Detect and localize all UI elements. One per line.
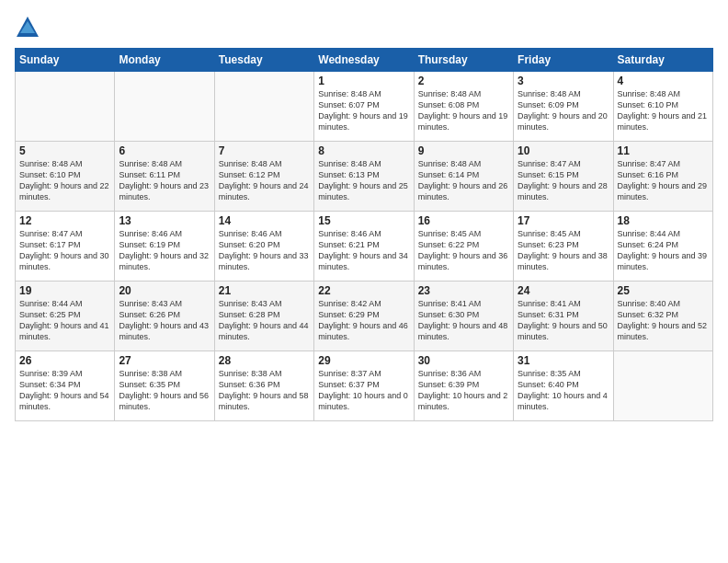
day-info: Sunrise: 8:48 AM Sunset: 6:12 PM Dayligh…: [219, 158, 310, 203]
day-info: Sunrise: 8:48 AM Sunset: 6:10 PM Dayligh…: [19, 158, 110, 203]
calendar-day-cell: 10Sunrise: 8:47 AM Sunset: 6:15 PM Dayli…: [514, 142, 613, 212]
calendar-day-cell: 11Sunrise: 8:47 AM Sunset: 6:16 PM Dayli…: [613, 142, 712, 212]
logo: [15, 15, 44, 40]
day-number: 24: [518, 284, 609, 297]
day-info: Sunrise: 8:43 AM Sunset: 6:26 PM Dayligh…: [119, 298, 210, 343]
calendar-day-cell: 27Sunrise: 8:38 AM Sunset: 6:35 PM Dayli…: [115, 351, 214, 421]
calendar-header-row: SundayMondayTuesdayWednesdayThursdayFrid…: [16, 49, 713, 72]
calendar-day-cell: 28Sunrise: 8:38 AM Sunset: 6:36 PM Dayli…: [214, 351, 313, 421]
calendar-day-cell: [16, 72, 115, 142]
calendar-week-row: 1Sunrise: 8:48 AM Sunset: 6:07 PM Daylig…: [16, 72, 713, 142]
day-info: Sunrise: 8:48 AM Sunset: 6:09 PM Dayligh…: [518, 88, 609, 133]
day-number: 15: [318, 214, 409, 227]
day-info: Sunrise: 8:44 AM Sunset: 6:25 PM Dayligh…: [19, 298, 110, 343]
calendar-week-row: 12Sunrise: 8:47 AM Sunset: 6:17 PM Dayli…: [16, 212, 713, 282]
day-info: Sunrise: 8:42 AM Sunset: 6:29 PM Dayligh…: [318, 298, 409, 343]
day-number: 12: [19, 214, 110, 227]
calendar-day-cell: 1Sunrise: 8:48 AM Sunset: 6:07 PM Daylig…: [314, 72, 414, 142]
calendar-day-cell: 20Sunrise: 8:43 AM Sunset: 6:26 PM Dayli…: [115, 282, 214, 351]
day-number: 6: [119, 144, 210, 157]
day-info: Sunrise: 8:40 AM Sunset: 6:32 PM Dayligh…: [618, 298, 709, 343]
calendar-day-cell: 23Sunrise: 8:41 AM Sunset: 6:30 PM Dayli…: [414, 282, 513, 351]
day-number: 27: [119, 354, 210, 367]
day-number: 26: [19, 354, 110, 367]
day-info: Sunrise: 8:48 AM Sunset: 6:08 PM Dayligh…: [418, 88, 509, 133]
day-info: Sunrise: 8:44 AM Sunset: 6:24 PM Dayligh…: [618, 228, 709, 273]
weekday-header: Saturday: [613, 49, 712, 72]
day-number: 23: [418, 284, 509, 297]
day-number: 25: [618, 284, 709, 297]
weekday-header: Sunday: [16, 49, 115, 72]
calendar-day-cell: 26Sunrise: 8:39 AM Sunset: 6:34 PM Dayli…: [16, 351, 115, 421]
calendar-day-cell: 9Sunrise: 8:48 AM Sunset: 6:14 PM Daylig…: [414, 142, 513, 212]
calendar-day-cell: 3Sunrise: 8:48 AM Sunset: 6:09 PM Daylig…: [514, 72, 613, 142]
weekday-header: Friday: [514, 49, 613, 72]
calendar-table: SundayMondayTuesdayWednesdayThursdayFrid…: [15, 48, 713, 421]
day-number: 5: [19, 144, 110, 157]
day-number: 20: [119, 284, 210, 297]
day-number: 14: [219, 214, 310, 227]
calendar-day-cell: 24Sunrise: 8:41 AM Sunset: 6:31 PM Dayli…: [514, 282, 613, 351]
calendar-week-row: 19Sunrise: 8:44 AM Sunset: 6:25 PM Dayli…: [16, 282, 713, 351]
calendar-day-cell: 8Sunrise: 8:48 AM Sunset: 6:13 PM Daylig…: [314, 142, 414, 212]
day-number: 30: [418, 354, 509, 367]
day-number: 11: [618, 144, 709, 157]
day-number: 9: [418, 144, 509, 157]
calendar-day-cell: 25Sunrise: 8:40 AM Sunset: 6:32 PM Dayli…: [613, 282, 712, 351]
day-info: Sunrise: 8:48 AM Sunset: 6:14 PM Dayligh…: [418, 158, 509, 203]
day-info: Sunrise: 8:48 AM Sunset: 6:13 PM Dayligh…: [318, 158, 409, 203]
day-number: 1: [318, 75, 409, 87]
day-number: 16: [418, 214, 509, 227]
weekday-header: Wednesday: [314, 49, 414, 72]
day-number: 3: [518, 75, 609, 87]
calendar-day-cell: 19Sunrise: 8:44 AM Sunset: 6:25 PM Dayli…: [16, 282, 115, 351]
day-number: 31: [518, 354, 609, 367]
calendar-day-cell: 5Sunrise: 8:48 AM Sunset: 6:10 PM Daylig…: [16, 142, 115, 212]
day-info: Sunrise: 8:48 AM Sunset: 6:07 PM Dayligh…: [318, 88, 409, 133]
day-info: Sunrise: 8:47 AM Sunset: 6:16 PM Dayligh…: [618, 158, 709, 203]
weekday-header: Monday: [115, 49, 214, 72]
day-info: Sunrise: 8:39 AM Sunset: 6:34 PM Dayligh…: [19, 368, 110, 413]
day-info: Sunrise: 8:47 AM Sunset: 6:17 PM Dayligh…: [19, 228, 110, 273]
day-info: Sunrise: 8:46 AM Sunset: 6:19 PM Dayligh…: [119, 228, 210, 273]
day-number: 29: [318, 354, 409, 367]
calendar-day-cell: 16Sunrise: 8:45 AM Sunset: 6:22 PM Dayli…: [414, 212, 513, 282]
calendar-day-cell: 18Sunrise: 8:44 AM Sunset: 6:24 PM Dayli…: [613, 212, 712, 282]
calendar-day-cell: [214, 72, 313, 142]
calendar-day-cell: 22Sunrise: 8:42 AM Sunset: 6:29 PM Dayli…: [314, 282, 414, 351]
calendar-day-cell: 4Sunrise: 8:48 AM Sunset: 6:10 PM Daylig…: [613, 72, 712, 142]
day-number: 13: [119, 214, 210, 227]
calendar-day-cell: 30Sunrise: 8:36 AM Sunset: 6:39 PM Dayli…: [414, 351, 513, 421]
day-info: Sunrise: 8:38 AM Sunset: 6:36 PM Dayligh…: [219, 368, 310, 413]
day-info: Sunrise: 8:46 AM Sunset: 6:21 PM Dayligh…: [318, 228, 409, 273]
calendar-day-cell: 29Sunrise: 8:37 AM Sunset: 6:37 PM Dayli…: [314, 351, 414, 421]
day-number: 8: [318, 144, 409, 157]
logo-icon: [15, 15, 40, 40]
page-container: SundayMondayTuesdayWednesdayThursdayFrid…: [0, 0, 728, 563]
calendar-day-cell: 17Sunrise: 8:45 AM Sunset: 6:23 PM Dayli…: [514, 212, 613, 282]
calendar-week-row: 26Sunrise: 8:39 AM Sunset: 6:34 PM Dayli…: [16, 351, 713, 421]
day-info: Sunrise: 8:45 AM Sunset: 6:23 PM Dayligh…: [518, 228, 609, 273]
day-info: Sunrise: 8:46 AM Sunset: 6:20 PM Dayligh…: [219, 228, 310, 273]
calendar-day-cell: 6Sunrise: 8:48 AM Sunset: 6:11 PM Daylig…: [115, 142, 214, 212]
day-number: 22: [318, 284, 409, 297]
calendar-day-cell: [115, 72, 214, 142]
calendar-day-cell: 15Sunrise: 8:46 AM Sunset: 6:21 PM Dayli…: [314, 212, 414, 282]
day-number: 10: [518, 144, 609, 157]
weekday-header: Tuesday: [214, 49, 313, 72]
calendar-day-cell: 2Sunrise: 8:48 AM Sunset: 6:08 PM Daylig…: [414, 72, 513, 142]
day-info: Sunrise: 8:37 AM Sunset: 6:37 PM Dayligh…: [318, 368, 409, 413]
day-info: Sunrise: 8:48 AM Sunset: 6:10 PM Dayligh…: [618, 88, 709, 133]
day-info: Sunrise: 8:43 AM Sunset: 6:28 PM Dayligh…: [219, 298, 310, 343]
weekday-header: Thursday: [414, 49, 513, 72]
day-number: 18: [618, 214, 709, 227]
day-number: 21: [219, 284, 310, 297]
page-header: [15, 15, 713, 40]
day-info: Sunrise: 8:41 AM Sunset: 6:30 PM Dayligh…: [418, 298, 509, 343]
day-number: 7: [219, 144, 310, 157]
calendar-week-row: 5Sunrise: 8:48 AM Sunset: 6:10 PM Daylig…: [16, 142, 713, 212]
day-info: Sunrise: 8:47 AM Sunset: 6:15 PM Dayligh…: [518, 158, 609, 203]
day-info: Sunrise: 8:36 AM Sunset: 6:39 PM Dayligh…: [418, 368, 509, 413]
day-info: Sunrise: 8:48 AM Sunset: 6:11 PM Dayligh…: [119, 158, 210, 203]
calendar-day-cell: 31Sunrise: 8:35 AM Sunset: 6:40 PM Dayli…: [514, 351, 613, 421]
